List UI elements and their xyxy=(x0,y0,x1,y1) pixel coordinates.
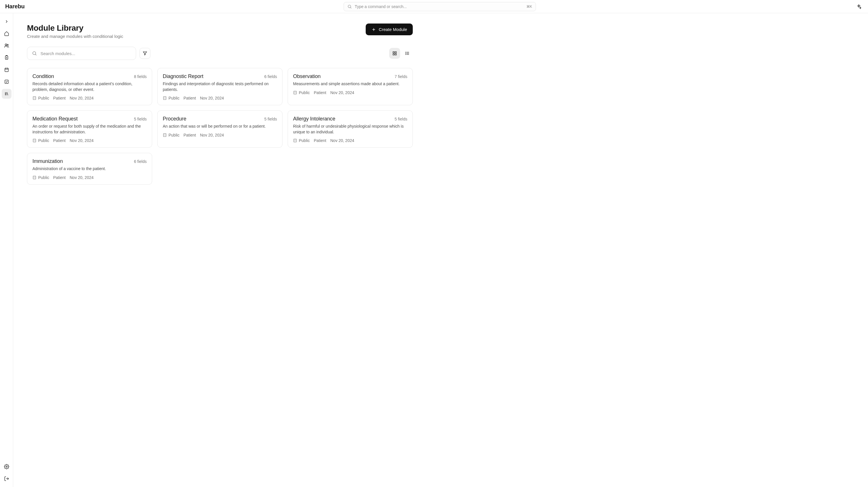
building-icon xyxy=(32,175,36,180)
page-title: Module Library xyxy=(27,24,123,33)
plus-icon xyxy=(371,27,376,32)
search-modules-input[interactable] xyxy=(40,51,131,56)
page-subtitle: Create and manage modules with condition… xyxy=(27,34,123,39)
filter-button[interactable] xyxy=(140,48,150,59)
search-modules[interactable] xyxy=(27,47,136,60)
module-card[interactable]: Observation 7 fields Measurements and si… xyxy=(288,68,413,105)
module-card-description: An order or request for both supply of t… xyxy=(32,124,147,135)
topbar: Harebu Type a command or search... ⌘K xyxy=(0,0,868,13)
svg-point-3 xyxy=(7,44,8,46)
module-card-date: Nov 20, 2024 xyxy=(70,175,94,180)
sidebar-expand[interactable] xyxy=(2,17,11,26)
svg-point-0 xyxy=(348,5,351,7)
module-card-title: Procedure xyxy=(163,116,186,122)
grid-icon xyxy=(392,51,397,56)
svg-rect-22 xyxy=(393,52,394,53)
clipboard-plus-icon xyxy=(4,55,9,60)
building-icon xyxy=(293,138,297,142)
sidebar xyxy=(0,13,13,487)
module-card[interactable]: Medication Request 5 fields An order or … xyxy=(27,110,152,148)
sidebar-item-calendar[interactable] xyxy=(2,65,11,74)
module-card-date: Nov 20, 2024 xyxy=(330,138,354,143)
sidebar-item-records[interactable] xyxy=(2,53,11,63)
library-icon xyxy=(4,91,9,96)
module-card[interactable]: Immunization 6 fields Administration of … xyxy=(27,153,152,185)
module-card-visibility: Public xyxy=(32,138,49,143)
module-card-ref: Patient xyxy=(183,96,196,100)
building-icon xyxy=(163,133,167,137)
sidebar-item-settings[interactable] xyxy=(2,462,11,472)
sidebar-item-home[interactable] xyxy=(2,29,11,38)
create-module-button[interactable]: Create Module xyxy=(366,24,413,35)
users-icon xyxy=(4,43,9,48)
module-card-ref: Patient xyxy=(314,138,327,143)
module-card[interactable]: Diagnostic Report 6 fields Findings and … xyxy=(157,68,282,105)
svg-point-15 xyxy=(6,466,7,467)
filter-icon xyxy=(143,51,147,56)
module-card-date: Nov 20, 2024 xyxy=(200,96,224,100)
module-card-visibility: Public xyxy=(293,138,310,143)
sidebar-item-library[interactable] xyxy=(2,89,11,99)
chevron-right-icon xyxy=(4,19,9,24)
svg-line-1 xyxy=(350,7,351,8)
module-card-visibility: Public xyxy=(163,96,179,100)
logout-icon xyxy=(4,476,9,481)
module-card-description: Administration of a vaccine to the patie… xyxy=(32,166,147,172)
svg-rect-32 xyxy=(33,97,36,100)
module-card[interactable]: Allergy Intolerance 5 fields Risk of har… xyxy=(288,110,413,148)
sidebar-item-logout[interactable] xyxy=(2,474,11,484)
module-card-title: Condition xyxy=(32,73,54,79)
svg-point-31 xyxy=(406,54,406,55)
module-card-description: Measurements and simple assertions made … xyxy=(293,81,407,87)
view-grid-button[interactable] xyxy=(389,48,400,59)
module-card-date: Nov 20, 2024 xyxy=(200,133,224,137)
list-icon xyxy=(405,51,410,56)
module-card-description: Risk of harmful or undesirable physiolog… xyxy=(293,124,407,135)
svg-point-19 xyxy=(33,52,36,55)
svg-rect-67 xyxy=(293,139,296,142)
module-card-visibility: Public xyxy=(32,175,49,180)
module-card-date: Nov 20, 2024 xyxy=(70,96,94,100)
module-card-ref: Patient xyxy=(183,133,196,137)
check-square-icon xyxy=(4,79,9,84)
svg-rect-74 xyxy=(33,176,36,179)
module-card-fields: 8 fields xyxy=(134,74,147,79)
command-search-placeholder: Type a command or search... xyxy=(355,4,407,9)
create-module-label: Create Module xyxy=(379,27,407,32)
module-card-fields: 5 fields xyxy=(265,117,277,121)
sparkle-icon xyxy=(856,4,861,9)
module-card-fields: 7 fields xyxy=(395,74,407,79)
svg-marker-21 xyxy=(143,52,147,55)
app-logo[interactable]: Harebu xyxy=(5,3,25,10)
building-icon xyxy=(163,96,167,100)
building-icon xyxy=(32,96,36,100)
view-list-button[interactable] xyxy=(402,48,413,59)
svg-rect-46 xyxy=(293,91,296,94)
module-card-description: An action that was or will be performed … xyxy=(163,124,277,129)
svg-rect-7 xyxy=(5,68,8,72)
building-icon xyxy=(32,138,36,142)
module-card-title: Medication Request xyxy=(32,116,78,122)
gear-icon xyxy=(4,464,9,469)
svg-rect-23 xyxy=(395,52,396,53)
modules-grid: Condition 8 fields Records detailed info… xyxy=(27,68,413,185)
module-card-fields: 5 fields xyxy=(134,117,147,121)
module-card-fields: 6 fields xyxy=(265,74,277,79)
sidebar-item-tasks[interactable] xyxy=(2,77,11,87)
module-card-ref: Patient xyxy=(314,90,327,95)
svg-rect-60 xyxy=(163,134,166,137)
svg-rect-39 xyxy=(163,97,166,100)
module-card-ref: Patient xyxy=(53,175,66,180)
module-card[interactable]: Procedure 5 fields An action that was or… xyxy=(157,110,282,148)
search-icon xyxy=(32,51,37,56)
module-card-description: Findings and interpretation of diagnosti… xyxy=(163,81,277,92)
command-search[interactable]: Type a command or search... ⌘K xyxy=(344,2,536,11)
calendar-icon xyxy=(4,67,9,72)
command-search-kbd: ⌘K xyxy=(526,5,532,9)
sidebar-item-patients[interactable] xyxy=(2,41,11,51)
ai-sparkle-button[interactable] xyxy=(855,3,863,11)
svg-point-2 xyxy=(5,44,7,45)
module-card-fields: 6 fields xyxy=(134,159,147,164)
module-card[interactable]: Condition 8 fields Records detailed info… xyxy=(27,68,152,105)
module-card-ref: Patient xyxy=(53,138,66,143)
